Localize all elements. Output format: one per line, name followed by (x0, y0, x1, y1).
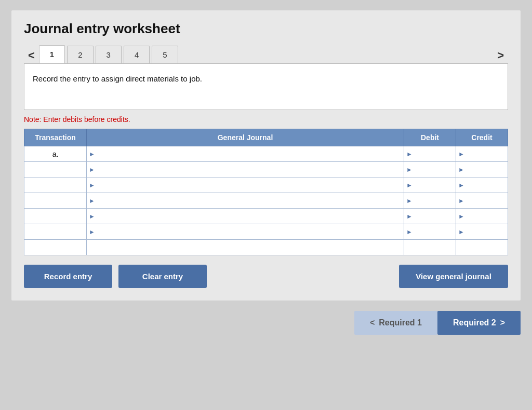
cell-credit-4[interactable]: ► (456, 193, 508, 209)
cell-credit-a[interactable]: ► (456, 146, 508, 162)
required-1-button[interactable]: < Required 1 (354, 311, 437, 335)
input-credit-2[interactable] (456, 162, 508, 177)
input-debit-3[interactable] (404, 177, 456, 193)
table-row: a. ► ► ► (24, 146, 508, 162)
note-line: Note: Enter debits before credits. (24, 115, 508, 124)
table-row: ► ► ► (24, 177, 508, 193)
input-journal-2[interactable] (87, 162, 404, 177)
table-row (24, 240, 508, 255)
col-header-journal: General Journal (87, 129, 404, 146)
cell-journal-a[interactable]: ► (87, 146, 404, 162)
table-row: ► ► ► (24, 209, 508, 224)
input-debit-5[interactable] (404, 209, 456, 224)
cell-debit-5[interactable]: ► (404, 209, 456, 224)
col-header-transaction: Transaction (24, 129, 87, 146)
table-header-row: Transaction General Journal Debit Credit (24, 129, 508, 146)
cell-credit-6[interactable]: ► (456, 224, 508, 240)
cell-debit-7[interactable] (404, 240, 456, 255)
cell-transaction-6 (24, 224, 87, 240)
instruction-box: Record the entry to assign direct materi… (24, 63, 508, 110)
tab-5[interactable]: 5 (152, 46, 178, 63)
journal-table: Transaction General Journal Debit Credit… (24, 129, 508, 255)
bottom-nav: < Required 1 Required 2 > (11, 311, 521, 335)
required-1-arrow-icon: < (370, 318, 375, 327)
input-credit-7[interactable] (456, 240, 508, 255)
cell-debit-2[interactable]: ► (404, 162, 456, 177)
view-general-journal-button[interactable]: View general journal (399, 265, 508, 288)
instruction-text: Record the entry to assign direct materi… (33, 74, 202, 83)
buttons-row: Record entry Clear entry View general jo… (24, 265, 508, 288)
cell-transaction-2 (24, 162, 87, 177)
table-row: ► ► ► (24, 193, 508, 209)
cell-credit-3[interactable]: ► (456, 177, 508, 193)
cell-credit-2[interactable]: ► (456, 162, 508, 177)
input-credit-3[interactable] (456, 177, 508, 193)
input-debit-4[interactable] (404, 193, 456, 208)
input-journal-6[interactable] (87, 224, 404, 239)
input-debit-6[interactable] (404, 224, 456, 239)
table-row: ► ► ► (24, 162, 508, 177)
cell-debit-4[interactable]: ► (404, 193, 456, 209)
input-journal-a[interactable] (87, 146, 404, 161)
input-credit-5[interactable] (456, 209, 508, 224)
tab-3[interactable]: 3 (96, 46, 122, 63)
cell-journal-4[interactable]: ► (87, 193, 404, 209)
required-2-label: Required 2 (453, 318, 496, 327)
cell-journal-2[interactable]: ► (87, 162, 404, 177)
clear-entry-button[interactable]: Clear entry (118, 265, 207, 288)
input-journal-4[interactable] (87, 193, 404, 208)
page-title: Journal entry worksheet (24, 21, 508, 37)
cell-credit-5[interactable]: ► (456, 209, 508, 224)
tab-prev-arrow[interactable]: < (24, 48, 39, 63)
tab-4[interactable]: 4 (124, 46, 150, 63)
cell-journal-7[interactable] (87, 240, 404, 255)
input-debit-2[interactable] (404, 162, 456, 177)
input-journal-5[interactable] (87, 209, 404, 224)
input-debit-a[interactable] (404, 146, 456, 161)
cell-transaction-5 (24, 209, 87, 224)
input-debit-7[interactable] (404, 240, 456, 255)
tab-list: 1 2 3 4 5 (39, 45, 493, 63)
input-journal-7[interactable] (87, 240, 404, 255)
col-header-credit: Credit (456, 129, 508, 146)
cell-debit-6[interactable]: ► (404, 224, 456, 240)
cell-journal-6[interactable]: ► (87, 224, 404, 240)
tab-2[interactable]: 2 (67, 46, 93, 63)
tab-1[interactable]: 1 (39, 45, 65, 63)
input-credit-6[interactable] (456, 224, 508, 239)
record-entry-button[interactable]: Record entry (24, 265, 112, 288)
cell-debit-3[interactable]: ► (404, 177, 456, 193)
cell-credit-7[interactable] (456, 240, 508, 255)
input-journal-3[interactable] (87, 177, 404, 193)
input-credit-4[interactable] (456, 193, 508, 208)
input-credit-a[interactable] (456, 146, 508, 161)
required-2-arrow-icon: > (500, 318, 505, 327)
cell-journal-5[interactable]: ► (87, 209, 404, 224)
note-text: Note: Enter debits before credits. (24, 115, 130, 124)
cell-debit-a[interactable]: ► (404, 146, 456, 162)
tabs-row: < 1 2 3 4 5 > (24, 45, 508, 63)
cell-transaction-7 (24, 240, 87, 255)
col-header-debit: Debit (404, 129, 456, 146)
cell-transaction-a: a. (24, 146, 87, 162)
tab-next-arrow[interactable]: > (493, 48, 508, 63)
table-row: ► ► ► (24, 224, 508, 240)
required-2-button[interactable]: Required 2 > (437, 311, 521, 335)
main-container: Journal entry worksheet < 1 2 3 4 5 > Re… (11, 10, 521, 300)
cell-transaction-4 (24, 193, 87, 209)
cell-transaction-3 (24, 177, 87, 193)
cell-journal-3[interactable]: ► (87, 177, 404, 193)
required-1-label: Required 1 (379, 318, 422, 327)
